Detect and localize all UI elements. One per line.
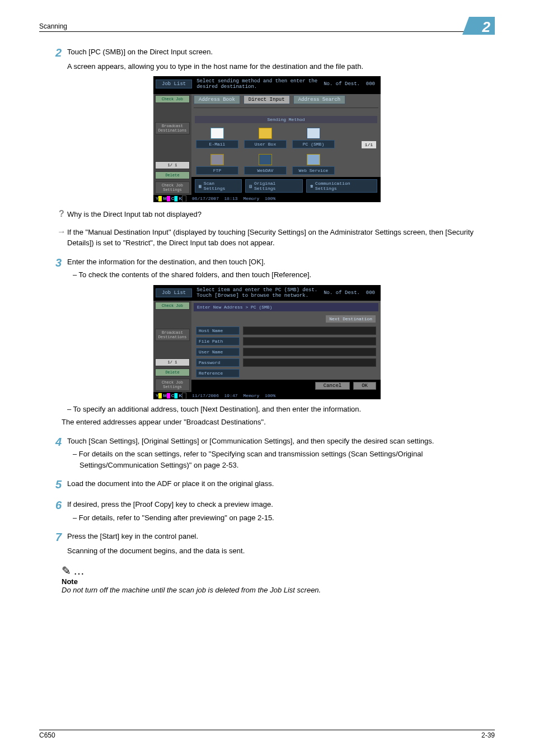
status-mem-label: Memory (243, 393, 260, 398)
sidebar-pager: 1/ 1 (155, 161, 190, 169)
step-text: Press the [Start] key in the control pan… (67, 531, 495, 542)
delete-button[interactable]: Delete (155, 368, 190, 376)
file-path-button[interactable]: File Path (196, 337, 240, 346)
userbox-icon (259, 128, 272, 139)
cancel-button[interactable]: Cancel (315, 382, 350, 390)
breadcrumb: Enter New Address > PC (SMB) (194, 303, 378, 311)
tab-address-search[interactable]: Address Search (293, 95, 346, 104)
next-destination-button[interactable]: Next Destination (325, 315, 376, 323)
original-settings-button[interactable]: ▤Original Settings (245, 179, 303, 193)
arrow-icon: → (56, 227, 67, 237)
tab-address-book[interactable]: Address Book (194, 95, 240, 104)
check-job-settings-button[interactable]: Check Job Settings (155, 379, 190, 391)
step-number: 2 (39, 46, 67, 72)
communication-settings-button[interactable]: ☎Communication Settings (306, 179, 377, 193)
dest-label: No. of Dest. (324, 290, 360, 296)
step-text: Scanning of the document begins, and the… (67, 545, 495, 557)
host-name-button[interactable]: Host Name (196, 326, 240, 335)
file-path-value (243, 337, 376, 346)
broadcast-dest-button[interactable]: Broadcast Destinations (155, 329, 190, 341)
step-number: 5 (39, 478, 67, 491)
broadcast-dest-button[interactable]: Broadcast Destinations (155, 122, 190, 134)
check-job-settings-button[interactable]: Check Job Settings (155, 181, 190, 194)
sidebar-pager: 1/ 1 (155, 358, 190, 366)
ok-button[interactable]: OK (353, 382, 376, 390)
check-job-button[interactable]: Check Job (155, 302, 190, 310)
reference-button[interactable]: Reference (196, 369, 240, 377)
tab-direct-input[interactable]: Direct Input (243, 95, 290, 104)
instruction-text: Select sending method and then enter the… (192, 78, 324, 90)
status-date: 06/17/2007 (192, 196, 219, 201)
delete-button[interactable]: Delete (155, 171, 190, 179)
question-icon: ? (56, 209, 67, 219)
step-number: 3 (39, 256, 67, 281)
status-time: 18:13 (224, 196, 238, 201)
note-heading: Note (62, 577, 495, 586)
ftp-icon (210, 154, 224, 165)
status-mem-label: Memory (243, 196, 260, 201)
status-time: 19:47 (224, 393, 238, 398)
step-text: If desired, press the [Proof Copy] key t… (67, 499, 495, 510)
sending-method-header: Sending Method (195, 116, 377, 123)
step-text: Enter the information for the destinatio… (67, 256, 495, 268)
footer-model: C650 (39, 731, 55, 739)
footer-page: 2-39 (481, 731, 495, 739)
step-number: 4 (39, 436, 67, 471)
password-button[interactable]: Password (196, 358, 240, 367)
page-indicator: 1/1 (362, 141, 376, 148)
job-list-button[interactable]: Job List (156, 80, 192, 88)
password-value (243, 358, 376, 367)
screenshot-pc-smb-entry: Job List Select item and enter the PC (S… (153, 285, 381, 399)
toner-indicator: Y█ M█ C█ K█ (156, 196, 186, 201)
dest-count: 000 (366, 81, 375, 87)
userbox-button[interactable]: User Box (244, 140, 287, 148)
running-head: Scanning (39, 22, 67, 30)
instruction-text: Select item and enter the PC (SMB) dest.… (192, 287, 324, 298)
step-sub: For details on the scan settings, refer … (67, 449, 495, 470)
step-text: Load the document into the ADF or place … (67, 478, 495, 491)
status-mem-pct: 100% (265, 196, 275, 201)
toner-indicator: Y█ M█ C█ K█ (156, 393, 186, 398)
status-date: 11/17/2006 (192, 393, 219, 398)
webdav-button[interactable]: WebDAV (244, 166, 287, 175)
note-body: Do not turn off the machine until the sc… (62, 586, 495, 594)
scan-settings-button[interactable]: ▦Scan Settings (195, 179, 242, 193)
check-job-button[interactable]: Check Job (155, 95, 190, 103)
pc-smb-button[interactable]: PC (SMB) (292, 140, 335, 148)
step-sub: For details, refer to "Sending after pre… (67, 512, 495, 524)
question-text: Why is the Direct Input tab not displaye… (67, 209, 495, 220)
webservice-icon (307, 154, 320, 165)
webservice-button[interactable]: Web Service (292, 166, 335, 175)
chapter-tab: 2 (469, 17, 495, 35)
step-number: 6 (39, 499, 67, 523)
email-icon (210, 128, 224, 139)
note-icon: ✎… (62, 564, 495, 577)
pc-icon (307, 128, 320, 139)
step-text: Touch [Scan Settings], [Original Setting… (67, 436, 495, 447)
job-list-button[interactable]: Job List (156, 288, 192, 297)
host-name-value (243, 326, 376, 335)
user-name-value (243, 348, 376, 356)
step-text: A screen appears, allowing you to type i… (67, 61, 495, 72)
screenshot-direct-input: Job List Select sending method and then … (153, 76, 381, 202)
step-sub: To specify an additional address, touch … (62, 404, 495, 415)
user-name-button[interactable]: User Name (196, 348, 240, 356)
webdav-icon (259, 154, 272, 165)
ftp-button[interactable]: FTP (196, 166, 238, 175)
step-sub: To check the contents of the shared fold… (67, 269, 495, 281)
answer-text: If the "Manual Destination Input" (displ… (67, 227, 495, 249)
step-number: 7 (39, 531, 67, 556)
email-button[interactable]: E-Mail (196, 140, 238, 148)
dest-label: No. of Dest. (324, 81, 360, 87)
status-mem-pct: 100% (265, 393, 275, 398)
dest-count: 000 (366, 290, 375, 296)
step-text: Touch [PC (SMB)] on the Direct Input scr… (67, 46, 495, 58)
step-text: The entered addresses appear under "Broa… (62, 417, 495, 428)
